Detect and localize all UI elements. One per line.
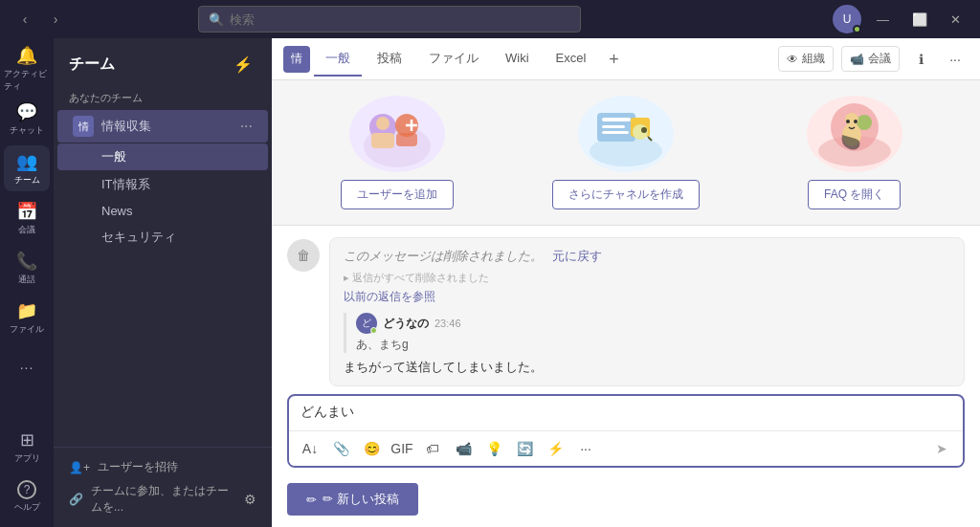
loop-button[interactable]: 🔄 xyxy=(511,435,538,462)
giphy-button[interactable]: GIF xyxy=(389,435,415,462)
team-panel-title: チーム xyxy=(69,55,115,75)
titlebar: ‹ › 🔍 U — ⬜ ✕ xyxy=(0,0,980,38)
sticker-button[interactable]: 🏷 xyxy=(419,435,446,462)
channel-item-news[interactable]: News xyxy=(57,199,268,223)
filter-button[interactable]: ⚡ xyxy=(230,52,256,77)
sidebar-item-files[interactable]: 📁 ファイル xyxy=(4,295,50,340)
add-tab-button[interactable]: + xyxy=(601,47,627,72)
nav-buttons: ‹ › xyxy=(11,6,69,33)
open-faq-button[interactable]: FAQ を開く xyxy=(808,180,901,209)
team-more-button[interactable]: ··· xyxy=(240,118,253,135)
svg-rect-3 xyxy=(371,133,394,148)
org-icon: 👁 xyxy=(787,53,798,66)
chat-icon: 💬 xyxy=(16,101,37,122)
undo-link[interactable]: 元に戻す xyxy=(552,249,602,263)
forward-button[interactable]: › xyxy=(42,6,69,33)
online-dot xyxy=(370,327,377,334)
meeting-button[interactable]: 📹 会議 xyxy=(841,46,900,72)
emoji-button[interactable]: 😊 xyxy=(358,435,385,462)
apps-icon: ⊞ xyxy=(20,429,34,450)
sidebar-item-calendar[interactable]: 📅 会議 xyxy=(4,195,50,241)
svg-point-21 xyxy=(845,113,858,126)
format-button[interactable]: A↓ xyxy=(297,435,323,462)
more-options-button[interactable]: ··· xyxy=(942,46,969,73)
add-user-button[interactable]: ユーザーを追加 xyxy=(341,180,454,209)
tab-posts[interactable]: 投稿 xyxy=(366,42,413,77)
new-post-button[interactable]: ✏ ✏ 新しい投稿 xyxy=(287,483,418,516)
channel-item-security[interactable]: セキュリティ xyxy=(57,224,268,251)
faq-svg xyxy=(812,99,898,170)
team-panel-header: チーム ⚡ xyxy=(54,38,272,85)
idea-button[interactable]: 💡 xyxy=(480,435,507,462)
avatar[interactable]: U xyxy=(833,5,861,33)
sidebar-item-teams[interactable]: 👥 チーム xyxy=(4,145,50,191)
info-button[interactable]: ℹ xyxy=(907,46,934,73)
create-channel-label: さらにチャネルを作成 xyxy=(568,187,683,201)
search-bar[interactable]: 🔍 xyxy=(198,6,581,33)
add-user-illustration xyxy=(349,96,445,172)
teams-icon: 👥 xyxy=(16,151,37,172)
attach-button[interactable]: 📎 xyxy=(327,435,354,462)
invite-user-link[interactable]: 👤+ ユーザーを招待 xyxy=(69,459,256,475)
svg-point-23 xyxy=(854,120,858,123)
channel-name-news: News xyxy=(101,204,133,218)
more-tools-button[interactable]: ··· xyxy=(572,435,599,462)
channel-item-it[interactable]: IT情報系 xyxy=(57,171,268,198)
join-team-icon: 🔗 xyxy=(69,493,83,506)
maximize-button[interactable]: ⬜ xyxy=(904,9,935,31)
tab-excel[interactable]: Excel xyxy=(545,43,598,75)
svg-rect-5 xyxy=(396,133,417,146)
compose-toolbar: A↓ 📎 😊 GIF 🏷 📹 💡 🔄 ⚡ ··· ➤ xyxy=(289,430,963,466)
add-user-svg xyxy=(354,99,440,170)
send-button[interactable]: ➤ xyxy=(928,435,955,462)
invite-user-label: ユーザーを招待 xyxy=(98,459,178,475)
add-user-label: ユーザーを追加 xyxy=(357,187,437,201)
settings-icon[interactable]: ⚙ xyxy=(244,492,256,507)
team-badge: 情 xyxy=(73,116,94,137)
meeting-icon: 📹 xyxy=(850,53,864,66)
create-channel-button[interactable]: さらにチャネルを作成 xyxy=(552,180,700,209)
deleted-bubble: このメッセージは削除されました。 元に戻す ▸ 返信がすべて削除されました 以前… xyxy=(329,237,965,386)
minimize-button[interactable]: — xyxy=(869,9,897,31)
sidebar-item-chat[interactable]: 💬 チャット xyxy=(4,96,50,142)
info-tab[interactable]: 情 xyxy=(283,46,310,73)
back-button[interactable]: ‹ xyxy=(11,6,38,33)
team-item-jyoho[interactable]: 情 情報収集 ··· xyxy=(57,110,268,143)
search-input[interactable] xyxy=(230,12,570,27)
sidebar-item-calls[interactable]: 📞 通話 xyxy=(4,245,50,291)
join-team-link[interactable]: 🔗 チームに参加、またはチームを... ⚙ xyxy=(69,483,256,516)
sidebar-item-apps[interactable]: ⊞ アプリ xyxy=(4,424,50,470)
your-teams-label: あなたのチーム xyxy=(54,85,272,109)
channel-item-general[interactable]: 一般 xyxy=(57,143,268,170)
tab-files[interactable]: ファイル xyxy=(417,42,490,77)
video-button[interactable]: 📹 xyxy=(450,435,477,462)
reply-time: 23:46 xyxy=(434,318,461,329)
channel-name-it: IT情報系 xyxy=(101,177,150,191)
sidebar-item-more[interactable]: ··· xyxy=(4,344,50,390)
org-label: 組織 xyxy=(802,51,825,67)
ext-button[interactable]: ⚡ xyxy=(542,435,568,462)
deleted-text: このメッセージは削除されました。 xyxy=(344,249,543,263)
tab-general[interactable]: 一般 xyxy=(314,42,362,77)
tab-wiki[interactable]: Wiki xyxy=(494,43,541,75)
svg-point-2 xyxy=(376,117,390,130)
deleted-message-text: このメッセージは削除されました。 元に戻す xyxy=(344,248,950,265)
svg-rect-11 xyxy=(602,125,625,128)
sidebar-icons: 🔔 アクティビティ 💬 チャット 👥 チーム 📅 会議 📞 通話 📁 ファイル … xyxy=(0,38,54,527)
app-body: 🔔 アクティビティ 💬 チャット 👥 チーム 📅 会議 📞 通話 📁 ファイル … xyxy=(0,38,980,527)
org-button[interactable]: 👁 組織 xyxy=(778,46,834,72)
close-button[interactable]: ✕ xyxy=(943,9,969,31)
sidebar-item-activity[interactable]: 🔔 アクティビティ xyxy=(4,46,50,92)
welcome-card-add-user: ユーザーを追加 xyxy=(295,96,501,209)
tabs-right: 👁 組織 📹 会議 ℹ ··· xyxy=(778,46,969,73)
compose-input[interactable]: どんまい xyxy=(289,396,963,430)
reply-avatar: ど xyxy=(356,313,377,334)
sidebar-item-help[interactable]: ? ヘルプ xyxy=(4,473,50,519)
reply-user-row: ど どうなの 23:46 xyxy=(356,313,950,334)
reply-preview: ど どうなの 23:46 あ、まちg xyxy=(344,313,950,353)
chat-area: 🗑 このメッセージは削除されました。 元に戻す ▸ 返信がすべて削除されました … xyxy=(272,226,980,394)
activity-label: アクティビティ xyxy=(4,68,50,93)
prev-replies-link[interactable]: 以前の返信を参照 xyxy=(344,290,435,303)
welcome-card-channel: さらにチャネルを作成 xyxy=(523,96,729,209)
invite-user-icon: 👤+ xyxy=(69,461,90,474)
